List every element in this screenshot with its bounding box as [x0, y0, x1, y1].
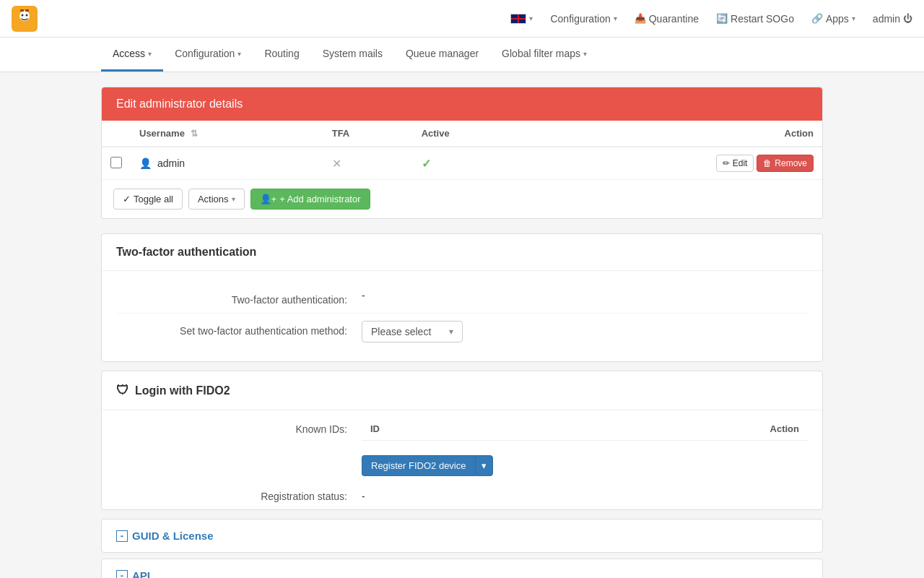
tab-queue-manager[interactable]: Queue manager: [394, 38, 490, 72]
registration-status-label: Registration status:: [116, 491, 362, 502]
guid-section-toggle[interactable]: - GUID & License: [102, 519, 822, 552]
tab-configuration-chevron-icon: ▾: [237, 50, 241, 58]
tfa-column-header: TFA: [323, 121, 413, 147]
api-section-toggle[interactable]: - API: [102, 559, 822, 578]
add-icon: 👤+: [260, 194, 277, 204]
admin-menu[interactable]: admin ⏻: [873, 13, 912, 25]
register-fido2-button[interactable]: Register FIDO2 device: [362, 455, 475, 476]
toggle-all-button[interactable]: ✓ Toggle all: [113, 189, 183, 210]
fido-title-text: Login with FIDO2: [135, 384, 230, 397]
register-button-group: Register FIDO2 device ▾: [362, 455, 493, 476]
two-factor-title: Two-factor authentication: [102, 234, 822, 271]
remove-label: Remove: [775, 158, 807, 168]
register-fido2-dropdown-button[interactable]: ▾: [475, 455, 493, 476]
tab-system-mails[interactable]: System mails: [311, 38, 394, 72]
tab-access-chevron-icon: ▾: [148, 50, 152, 58]
restart-sogo-link[interactable]: 🔄 Restart SOGo: [716, 13, 794, 25]
actions-button[interactable]: Actions ▾: [188, 189, 245, 210]
configuration-label: Configuration: [550, 13, 610, 25]
add-administrator-button[interactable]: 👤+ + Add administrator: [250, 189, 370, 210]
tab-access[interactable]: Access ▾: [101, 38, 163, 72]
known-ids-table-container: ID Action: [362, 418, 808, 441]
admin-card-title: Edit administrator details: [116, 98, 243, 110]
apps-icon: 🔗: [811, 13, 823, 24]
tab-system-mails-label: System mails: [323, 48, 383, 59]
register-label-text: Register FIDO2 device: [371, 460, 466, 471]
language-chevron-icon: ▾: [529, 14, 533, 22]
tab-queue-manager-label: Queue manager: [406, 48, 479, 59]
action-column-header: Action: [529, 121, 823, 147]
action-cell: ✏ Edit 🗑 Remove: [529, 147, 823, 179]
tfa-x-icon: ✕: [332, 158, 341, 170]
ids-action-label: Action: [770, 423, 799, 434]
table-row: 👤 admin ✕ ✓ ✏ Edit: [102, 147, 822, 179]
tab-global-filter-maps[interactable]: Global filter maps ▾: [490, 38, 598, 72]
checkbox-header: [102, 121, 131, 147]
trash-icon: 🗑: [763, 158, 772, 168]
two-factor-body: Two-factor authentication: - Set two-fac…: [102, 271, 822, 361]
id-label: ID: [370, 423, 380, 434]
tab-configuration[interactable]: Configuration ▾: [163, 38, 253, 72]
username-cell: 👤 admin: [131, 147, 323, 179]
tab-access-label: Access: [113, 48, 145, 59]
known-ids-row: Known IDs: ID Action: [102, 410, 822, 448]
apps-menu[interactable]: 🔗 Apps ▾: [811, 13, 855, 25]
uk-flag-icon: [510, 14, 526, 24]
registration-status-value: -: [362, 491, 365, 502]
user-icon: 👤: [139, 158, 152, 169]
fido-section: 🛡 Login with FIDO2 Known IDs: ID: [101, 371, 823, 510]
username-value: admin: [157, 158, 185, 169]
active-label: Active: [422, 128, 450, 139]
apps-chevron-icon: ▾: [852, 14, 855, 22]
admin-card: Edit administrator details Username ⇅ TF…: [101, 87, 823, 219]
username-column-header[interactable]: Username ⇅: [131, 121, 323, 147]
checkmark-icon: ✓: [123, 194, 131, 204]
app-logo[interactable]: [12, 6, 38, 32]
fido-title: 🛡 Login with FIDO2: [102, 371, 822, 410]
ids-action-column-header: Action: [524, 418, 808, 441]
tab-global-filter-maps-chevron-icon: ▾: [583, 50, 587, 58]
tab-routing[interactable]: Routing: [253, 38, 310, 72]
actions-label: Actions: [198, 194, 229, 204]
tfa-cell: ✕: [323, 147, 413, 179]
restart-icon: 🔄: [716, 13, 728, 24]
tfa-status-label: Two-factor authentication:: [116, 290, 362, 306]
row-checkbox[interactable]: [110, 157, 122, 168]
svg-rect-5: [25, 9, 29, 12]
remove-button[interactable]: 🗑 Remove: [757, 155, 814, 172]
guid-section: - GUID & License: [101, 519, 823, 553]
tfa-method-value: Please select ▾: [362, 321, 808, 342]
username-label: Username: [139, 128, 185, 139]
active-column-header: Active: [413, 121, 529, 147]
row-checkbox-cell[interactable]: [102, 147, 131, 179]
quarantine-icon: 📥: [635, 13, 646, 24]
quarantine-link[interactable]: 📥 Quarantine: [635, 13, 699, 25]
table-header-row: Username ⇅ TFA Active Action: [102, 121, 822, 147]
admin-card-header: Edit administrator details: [102, 87, 822, 121]
register-row: Register FIDO2 device ▾: [102, 448, 822, 483]
admin-label: admin: [873, 13, 900, 25]
sort-icon: ⇅: [191, 129, 198, 139]
api-section: - API: [101, 558, 823, 578]
svg-point-2: [22, 14, 24, 16]
tfa-status-value: -: [362, 290, 808, 306]
navbar: ▾ Configuration ▾ 📥 Quarantine 🔄 Restart…: [0, 0, 924, 38]
select-placeholder: Please select: [371, 326, 431, 337]
ids-header-row: ID Action: [362, 418, 808, 441]
action-bar: ✓ Toggle all Actions ▾ 👤+ + Add administ…: [102, 179, 822, 218]
power-icon: ⏻: [903, 13, 912, 24]
add-admin-label: + Add administrator: [279, 194, 360, 204]
main-content: Edit administrator details Username ⇅ TF…: [0, 72, 924, 578]
edit-label: Edit: [733, 158, 748, 168]
guid-collapse-icon: -: [116, 530, 128, 542]
edit-button[interactable]: ✏ Edit: [716, 155, 754, 172]
register-buttons: Register FIDO2 device ▾: [362, 455, 493, 476]
configuration-menu[interactable]: Configuration ▾: [550, 13, 616, 25]
actions-chevron-icon: ▾: [232, 195, 235, 203]
language-selector[interactable]: ▾: [510, 14, 533, 24]
svg-rect-4: [20, 9, 24, 12]
registration-status-row: Registration status: -: [102, 483, 822, 509]
tfa-method-label: Set two-factor authentication method:: [116, 321, 362, 342]
tfa-method-select[interactable]: Please select ▾: [362, 321, 463, 342]
tfa-value: -: [362, 290, 365, 301]
